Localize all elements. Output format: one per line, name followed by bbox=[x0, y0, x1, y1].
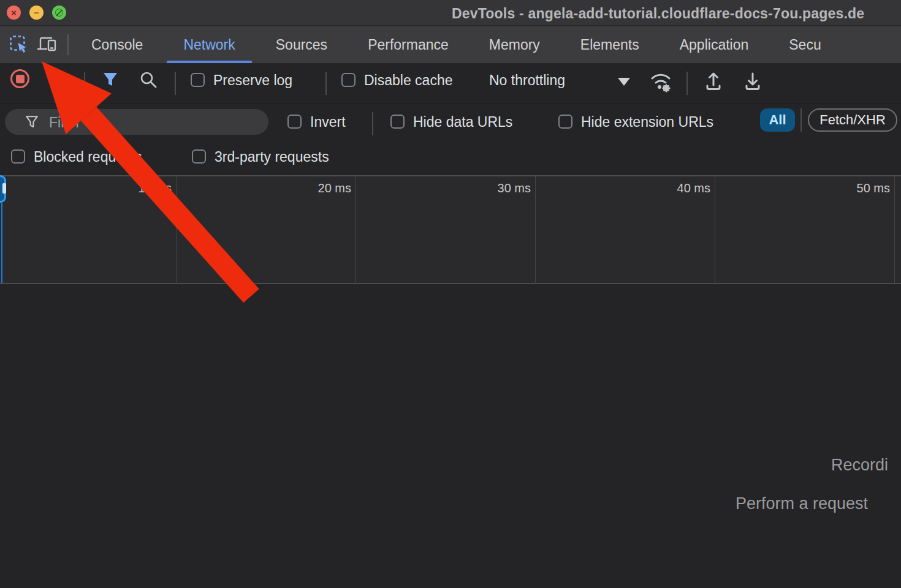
toolbar-separator bbox=[686, 72, 688, 95]
toolbar-separator bbox=[175, 72, 176, 95]
minimize-window-button[interactable]: − bbox=[29, 6, 44, 20]
import-har-icon[interactable] bbox=[702, 70, 724, 92]
timeline-tick-label: 40 ms bbox=[637, 181, 710, 195]
hide-data-urls-label[interactable]: Hide data URLs bbox=[413, 115, 512, 130]
slash-circle-icon bbox=[55, 9, 63, 17]
record-stop-icon bbox=[16, 75, 25, 83]
tab-sources[interactable]: Sources bbox=[256, 26, 348, 63]
timeline-tick-label: 50 ms bbox=[816, 181, 890, 195]
devtools-window: × − DevTools - angela-add-tutorial.cloud… bbox=[0, 0, 901, 588]
timeline-gridline bbox=[535, 176, 536, 284]
tab-application[interactable]: Application bbox=[660, 26, 769, 63]
timeline-gridline bbox=[894, 176, 895, 284]
blocked-requests-checkbox[interactable] bbox=[11, 149, 25, 164]
filter-separator bbox=[800, 108, 802, 132]
overview-drag-line bbox=[1, 203, 2, 283]
hide-extension-urls-checkbox[interactable] bbox=[558, 115, 572, 129]
request-type-chip-fetch-xhr[interactable]: Fetch/XHR bbox=[808, 108, 897, 132]
clear-network-log-button[interactable] bbox=[49, 70, 66, 87]
invert-label[interactable]: Invert bbox=[310, 115, 346, 130]
titlebar: × − DevTools - angela-add-tutorial.cloud… bbox=[0, 0, 901, 26]
inspect-element-button[interactable] bbox=[5, 31, 33, 58]
tabbar-separator bbox=[67, 34, 69, 55]
third-party-requests-label[interactable]: 3rd-party requests bbox=[215, 149, 329, 165]
toggle-device-toolbar-button[interactable] bbox=[33, 31, 61, 58]
timeline-gridline bbox=[355, 176, 356, 284]
empty-state-hint-text: Perform a request bbox=[736, 494, 868, 513]
tab-memory[interactable]: Memory bbox=[469, 26, 560, 63]
toolbar-separator bbox=[325, 72, 327, 95]
filter-placeholder: Filter bbox=[49, 115, 80, 131]
filter-funnel-icon bbox=[25, 115, 39, 129]
third-party-requests-checkbox[interactable] bbox=[192, 149, 206, 164]
inspect-icon bbox=[9, 35, 29, 55]
preserve-log-checkbox[interactable] bbox=[191, 73, 205, 87]
filter-funnel-icon[interactable] bbox=[101, 70, 120, 89]
tab-network[interactable]: Network bbox=[163, 26, 255, 63]
device-toolbar-icon bbox=[37, 36, 58, 54]
tab-elements[interactable]: Elements bbox=[560, 26, 660, 63]
export-har-icon[interactable] bbox=[742, 70, 764, 92]
blocked-requests-label[interactable]: Blocked requests bbox=[34, 149, 142, 165]
empty-state-recording-text: Recordi bbox=[831, 456, 888, 475]
network-toolbar: Preserve log Disable cache No throttling bbox=[0, 64, 901, 104]
timeline-gridline bbox=[176, 176, 177, 284]
toolbar-separator bbox=[84, 72, 85, 95]
throttling-select[interactable]: No throttling bbox=[489, 73, 565, 88]
network-conditions-icon[interactable] bbox=[647, 69, 674, 93]
request-type-chip-all[interactable]: All bbox=[760, 108, 795, 132]
close-window-button[interactable]: × bbox=[7, 6, 21, 20]
search-icon[interactable] bbox=[139, 70, 158, 89]
filter-separator bbox=[372, 112, 373, 135]
disable-cache-label[interactable]: Disable cache bbox=[364, 73, 452, 88]
preserve-log-label[interactable]: Preserve log bbox=[213, 73, 292, 88]
timeline-overview[interactable]: 10 ms 20 ms 30 ms 40 ms 50 ms bbox=[0, 175, 901, 284]
overview-drag-handle[interactable] bbox=[0, 175, 6, 203]
timeline-tick-label: 20 ms bbox=[278, 181, 351, 195]
hide-data-urls-checkbox[interactable] bbox=[390, 115, 405, 129]
drag-grip-icon bbox=[2, 183, 6, 194]
hide-extension-urls-label[interactable]: Hide extension URLs bbox=[581, 115, 713, 130]
fullscreen-window-button[interactable] bbox=[52, 6, 66, 20]
filter-bar-secondary: Blocked requests 3rd-party requests bbox=[0, 140, 901, 175]
disable-cache-checkbox[interactable] bbox=[341, 73, 355, 87]
invert-checkbox[interactable] bbox=[287, 115, 302, 129]
window-title: DevTools - angela-add-tutorial.cloudflar… bbox=[452, 6, 864, 22]
tab-console[interactable]: Console bbox=[71, 26, 163, 63]
record-network-log-button[interactable] bbox=[10, 69, 29, 88]
filter-input[interactable]: Filter bbox=[5, 109, 268, 135]
timeline-gridline bbox=[715, 176, 715, 284]
timeline-tick-label: 30 ms bbox=[457, 181, 531, 195]
tab-security[interactable]: Secu bbox=[769, 26, 841, 63]
filter-bar: Filter Invert Hide data URLs Hide extens… bbox=[0, 104, 901, 140]
dropdown-caret-icon[interactable] bbox=[618, 78, 630, 86]
timeline-tick-label: 10 ms bbox=[98, 181, 172, 195]
tab-performance[interactable]: Performance bbox=[348, 26, 469, 63]
devtools-tabbar: Console Network Sources Performance Memo… bbox=[0, 26, 901, 63]
network-panel: Preserve log Disable cache No throttling bbox=[0, 64, 901, 588]
